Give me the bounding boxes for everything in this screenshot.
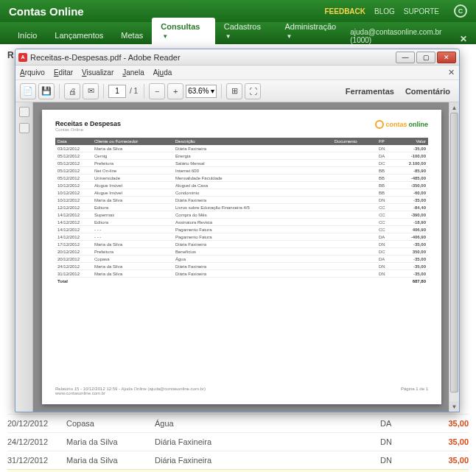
table-row[interactable]: 31/12/2012 Maria da Silva Diária Faxinei… (7, 451, 469, 469)
menu-arquivo[interactable]: Arquivo (20, 68, 45, 77)
menu-ajuda[interactable]: Ajuda (153, 68, 172, 77)
report-row: 17/12/2012Maria da SilvaDiária Faxineira… (55, 241, 428, 248)
page-total: / 1 (130, 87, 138, 95)
zoom-in-icon[interactable]: + (167, 83, 183, 99)
minimize-button[interactable]: — (396, 52, 415, 63)
app-title: Contas Online (9, 5, 324, 18)
vertical-scrollbar[interactable]: ▲ ▼ (449, 102, 459, 412)
report-row: 14/12/2012- - -Pagamento FaturaDA-406,90 (55, 233, 428, 241)
report-row: 24/12/2012Maria da SilvaDiária Faxineira… (55, 263, 428, 270)
email-icon[interactable]: ✉ (83, 83, 99, 99)
report-row: 14/12/2012SupermaxCompra do MêsCC-390,00 (55, 211, 428, 219)
report-row: 05/12/2012PrefeituraSalário MensalDC2.10… (55, 160, 428, 167)
nav-consultas[interactable]: Consultas ▼ (152, 18, 214, 44)
chevron-down-icon: ▼ (225, 33, 231, 40)
ferramentas-button[interactable]: Ferramentas (341, 87, 399, 96)
scroll-thumb[interactable] (450, 113, 458, 392)
maximize-button[interactable]: ▢ (416, 52, 435, 63)
attachments-icon[interactable] (19, 123, 29, 133)
tool-icon[interactable]: ⊞ (226, 83, 242, 99)
pdf-reader-window: A Receitas-e-Despesas.pdf - Adobe Reader… (15, 49, 460, 412)
zoom-select[interactable]: 63.6% ▾ (186, 85, 217, 98)
fit-icon[interactable]: ⛶ (245, 83, 261, 99)
close-button[interactable]: ✕ (437, 52, 456, 63)
report-row: 05/12/2012CemigEnergiaDA-100,00 (55, 152, 428, 160)
report-row: 10/12/2012Alugue ImóvelCondomínioBB-60,0… (55, 189, 428, 197)
toolbar: 📄 💾 🖨 ✉ / 1 − + 63.6% ▾ ⊞ ⛶ Ferramentas … (15, 80, 459, 102)
report-row: 31/12/2012Maria da SilvaDiária Faxineira… (55, 270, 428, 278)
report-subtitle: Contas Online (55, 127, 121, 132)
total-row: TOTAL DA CONSULTA 2.856,90 - 2.169,10 = … (7, 469, 469, 472)
report-row: 05/12/2012UniversidadeMensalidade Faculd… (55, 175, 428, 182)
menu-visualizar[interactable]: Visualizar (82, 68, 113, 77)
background-table: 20/12/2012 Copasa Água DA 35,00 24/12/20… (7, 414, 469, 472)
scroll-up-icon[interactable]: ▲ (449, 102, 459, 113)
report-row: 12/12/2012EditoraLivros sobre Educação F… (55, 204, 428, 211)
save-icon[interactable]: 💾 (38, 83, 55, 99)
menubar-close-icon[interactable]: ✕ (448, 68, 455, 77)
brand-icon: C (454, 4, 467, 18)
window-titlebar[interactable]: A Receitas-e-Despesas.pdf - Adobe Reader… (15, 49, 459, 66)
report-row: 20/12/2012PrefeituraBenefíciosDC350,00 (55, 248, 428, 256)
contasonline-logo: contasonline (375, 120, 428, 129)
report-row: 10/12/2012Alugue ImóvelAluguel da CasaBB… (55, 182, 428, 189)
scroll-down-icon[interactable]: ▼ (449, 401, 459, 412)
document-area: Receitas e Despesas Contas Online contas… (15, 102, 459, 412)
nav-cadastros[interactable]: Cadastros ▼ (215, 18, 276, 44)
menu-editar[interactable]: Editar (54, 68, 73, 77)
open-icon[interactable]: 📄 (20, 83, 36, 99)
window-title: Receitas-e-Despesas.pdf - Adobe Reader (30, 53, 396, 62)
nav-metas[interactable]: Metas (112, 27, 152, 44)
page-number-input[interactable] (108, 85, 126, 98)
nav-lancamentos[interactable]: Lançamentos (46, 27, 112, 44)
chevron-down-icon: ▼ (162, 33, 168, 40)
report-footer: Relatório 15 - 10/12/2012 12:59 - Ajuda … (55, 387, 428, 395)
link-feedback[interactable]: FEEDBACK (324, 7, 365, 15)
link-blog[interactable]: BLOG (374, 7, 395, 15)
report-row: 10/12/2012Maria da SilvaDiária Faxineira… (55, 197, 428, 204)
link-suporte[interactable]: SUPORTE (404, 7, 439, 15)
print-icon[interactable]: 🖨 (64, 83, 80, 99)
report-row: 05/12/2012Net On-lineInternet 600BB-85,9… (55, 167, 428, 175)
chevron-down-icon: ▼ (286, 33, 292, 40)
zoom-out-icon[interactable]: − (149, 83, 165, 99)
main-nav: Início Lançamentos Metas Consultas ▼ Cad… (0, 22, 476, 44)
table-row[interactable]: 20/12/2012 Copasa Água DA 35,00 (7, 414, 469, 432)
report-title: Receitas e Despesas (55, 120, 121, 127)
menu-janela[interactable]: Janela (122, 68, 144, 77)
thumbnails-icon[interactable] (19, 107, 29, 117)
report-table: Data Cliente ou Fornecedor Descrição Doc… (55, 138, 428, 284)
report-row: 14/12/2012EditoraAssinatura RevistaCC-18… (55, 219, 428, 226)
pdf-sidebar (15, 102, 33, 412)
report-row: 03/12/2012Maria da SilvaDiária Faxineira… (55, 145, 428, 152)
comentario-button[interactable]: Comentário (401, 87, 455, 96)
pdf-icon: A (18, 53, 27, 62)
document-viewport[interactable]: Receitas e Despesas Contas Online contas… (33, 102, 459, 412)
close-icon[interactable]: ✕ (460, 34, 467, 44)
nav-user: ajuda@contasonline.com.br (1000) (350, 28, 460, 44)
table-row[interactable]: 24/12/2012 Maria da Silva Diária Faxinei… (7, 432, 469, 451)
report-row: 14/12/2012- - -Pagamento FaturaCC406,90 (55, 226, 428, 233)
nav-inicio[interactable]: Início (9, 27, 46, 44)
pdf-page: Receitas e Despesas Contas Online contas… (42, 110, 441, 404)
report-row: 20/12/2012CopasaÁguaDA-35,00 (55, 256, 428, 263)
header-links: FEEDBACK BLOG SUPORTE C (324, 4, 467, 18)
menubar: Arquivo Editar Visualizar Janela Ajuda ✕ (15, 66, 459, 80)
nav-admin[interactable]: Administração ▼ (276, 18, 350, 44)
